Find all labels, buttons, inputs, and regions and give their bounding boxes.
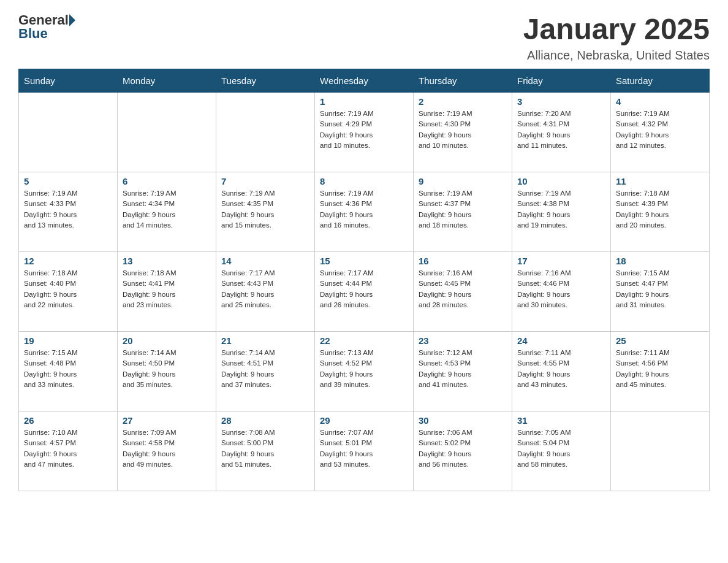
day-number: 19 — [24, 335, 112, 346]
day-info: Sunrise: 7:19 AMSunset: 4:30 PMDaylight:… — [419, 109, 507, 151]
calendar-cell: 14Sunrise: 7:17 AMSunset: 4:43 PMDayligh… — [216, 252, 315, 332]
calendar-cell: 13Sunrise: 7:18 AMSunset: 4:41 PMDayligh… — [118, 252, 216, 332]
calendar-cell: 5Sunrise: 7:19 AMSunset: 4:33 PMDaylight… — [19, 172, 118, 252]
day-info: Sunrise: 7:19 AMSunset: 4:33 PMDaylight:… — [24, 188, 112, 231]
calendar-cell: 15Sunrise: 7:17 AMSunset: 4:44 PMDayligh… — [315, 252, 414, 332]
day-number: 5 — [24, 176, 112, 186]
day-number: 20 — [123, 335, 211, 346]
calendar-cell: 12Sunrise: 7:18 AMSunset: 4:40 PMDayligh… — [19, 252, 118, 332]
day-info: Sunrise: 7:19 AMSunset: 4:38 PMDaylight:… — [517, 188, 605, 231]
day-info: Sunrise: 7:17 AMSunset: 4:43 PMDaylight:… — [221, 268, 309, 310]
calendar-week-2: 5Sunrise: 7:19 AMSunset: 4:33 PMDaylight… — [19, 172, 710, 252]
day-info: Sunrise: 7:16 AMSunset: 4:46 PMDaylight:… — [517, 268, 605, 310]
day-number: 24 — [517, 335, 605, 346]
day-info: Sunrise: 7:14 AMSunset: 4:50 PMDaylight:… — [123, 348, 211, 390]
weekday-header-friday: Friday — [512, 69, 611, 93]
day-number: 1 — [320, 96, 408, 107]
calendar-cell: 2Sunrise: 7:19 AMSunset: 4:30 PMDaylight… — [414, 93, 512, 172]
day-number: 25 — [616, 335, 704, 346]
logo-arrow-icon — [69, 14, 75, 26]
day-number: 9 — [419, 176, 507, 186]
day-number: 11 — [616, 176, 704, 186]
day-number: 16 — [419, 256, 507, 266]
day-number: 17 — [517, 256, 605, 266]
day-number: 18 — [616, 256, 704, 266]
day-info: Sunrise: 7:16 AMSunset: 4:45 PMDaylight:… — [419, 268, 507, 310]
calendar-table: SundayMondayTuesdayWednesdayThursdayFrid… — [18, 69, 710, 491]
calendar-cell — [118, 93, 216, 172]
day-info: Sunrise: 7:19 AMSunset: 4:32 PMDaylight:… — [616, 109, 704, 151]
day-info: Sunrise: 7:15 AMSunset: 4:47 PMDaylight:… — [616, 268, 704, 310]
day-info: Sunrise: 7:17 AMSunset: 4:44 PMDaylight:… — [320, 268, 408, 310]
day-number: 21 — [221, 335, 309, 346]
day-info: Sunrise: 7:09 AMSunset: 4:58 PMDaylight:… — [123, 427, 211, 470]
day-number: 3 — [517, 96, 605, 107]
day-info: Sunrise: 7:19 AMSunset: 4:29 PMDaylight:… — [320, 109, 408, 151]
day-info: Sunrise: 7:07 AMSunset: 5:01 PMDaylight:… — [320, 427, 408, 470]
weekday-header-wednesday: Wednesday — [315, 69, 414, 93]
logo: General Blue — [18, 12, 76, 42]
calendar-cell: 4Sunrise: 7:19 AMSunset: 4:32 PMDaylight… — [611, 93, 710, 172]
location-title: Alliance, Nebraska, United States — [523, 48, 710, 63]
day-info: Sunrise: 7:20 AMSunset: 4:31 PMDaylight:… — [517, 109, 605, 151]
calendar-cell: 18Sunrise: 7:15 AMSunset: 4:47 PMDayligh… — [611, 252, 710, 332]
calendar-week-3: 12Sunrise: 7:18 AMSunset: 4:40 PMDayligh… — [19, 252, 710, 332]
calendar-cell: 3Sunrise: 7:20 AMSunset: 4:31 PMDaylight… — [512, 93, 611, 172]
page-header: General Blue January 2025 Alliance, Nebr… — [18, 12, 710, 63]
day-number: 29 — [320, 415, 408, 426]
calendar-cell — [19, 93, 118, 172]
calendar-cell: 24Sunrise: 7:11 AMSunset: 4:55 PMDayligh… — [512, 332, 611, 412]
day-number: 10 — [517, 176, 605, 186]
day-info: Sunrise: 7:15 AMSunset: 4:48 PMDaylight:… — [24, 348, 112, 390]
day-number: 22 — [320, 335, 408, 346]
weekday-row: SundayMondayTuesdayWednesdayThursdayFrid… — [19, 69, 710, 93]
weekday-header-tuesday: Tuesday — [216, 69, 315, 93]
calendar-cell: 6Sunrise: 7:19 AMSunset: 4:34 PMDaylight… — [118, 172, 216, 252]
calendar-cell: 25Sunrise: 7:11 AMSunset: 4:56 PMDayligh… — [611, 332, 710, 412]
day-info: Sunrise: 7:18 AMSunset: 4:41 PMDaylight:… — [123, 268, 211, 310]
day-info: Sunrise: 7:19 AMSunset: 4:37 PMDaylight:… — [419, 188, 507, 231]
calendar-cell: 23Sunrise: 7:12 AMSunset: 4:53 PMDayligh… — [414, 332, 512, 412]
day-number: 26 — [24, 415, 112, 426]
weekday-header-monday: Monday — [118, 69, 216, 93]
day-info: Sunrise: 7:18 AMSunset: 4:40 PMDaylight:… — [24, 268, 112, 310]
day-info: Sunrise: 7:19 AMSunset: 4:35 PMDaylight:… — [221, 188, 309, 231]
day-number: 2 — [419, 96, 507, 107]
day-number: 31 — [517, 415, 605, 426]
weekday-header-thursday: Thursday — [414, 69, 512, 93]
day-number: 15 — [320, 256, 408, 266]
calendar-cell: 31Sunrise: 7:05 AMSunset: 5:04 PMDayligh… — [512, 412, 611, 491]
calendar-cell: 27Sunrise: 7:09 AMSunset: 4:58 PMDayligh… — [118, 412, 216, 491]
day-number: 14 — [221, 256, 309, 266]
day-info: Sunrise: 7:18 AMSunset: 4:39 PMDaylight:… — [616, 188, 704, 231]
calendar-week-5: 26Sunrise: 7:10 AMSunset: 4:57 PMDayligh… — [19, 412, 710, 491]
calendar-cell: 17Sunrise: 7:16 AMSunset: 4:46 PMDayligh… — [512, 252, 611, 332]
calendar-cell: 1Sunrise: 7:19 AMSunset: 4:29 PMDaylight… — [315, 93, 414, 172]
day-info: Sunrise: 7:19 AMSunset: 4:34 PMDaylight:… — [123, 188, 211, 231]
day-info: Sunrise: 7:08 AMSunset: 5:00 PMDaylight:… — [221, 427, 309, 470]
calendar-cell: 7Sunrise: 7:19 AMSunset: 4:35 PMDaylight… — [216, 172, 315, 252]
weekday-header-sunday: Sunday — [19, 69, 118, 93]
day-number: 23 — [419, 335, 507, 346]
day-number: 13 — [123, 256, 211, 266]
calendar-cell: 21Sunrise: 7:14 AMSunset: 4:51 PMDayligh… — [216, 332, 315, 412]
logo-blue-text: Blue — [18, 26, 48, 42]
calendar-cell: 19Sunrise: 7:15 AMSunset: 4:48 PMDayligh… — [19, 332, 118, 412]
day-info: Sunrise: 7:06 AMSunset: 5:02 PMDaylight:… — [419, 427, 507, 470]
day-info: Sunrise: 7:11 AMSunset: 4:56 PMDaylight:… — [616, 348, 704, 390]
day-number: 28 — [221, 415, 309, 426]
day-info: Sunrise: 7:13 AMSunset: 4:52 PMDaylight:… — [320, 348, 408, 390]
calendar-body: 1Sunrise: 7:19 AMSunset: 4:29 PMDaylight… — [19, 93, 710, 491]
day-info: Sunrise: 7:12 AMSunset: 4:53 PMDaylight:… — [419, 348, 507, 390]
calendar-cell: 26Sunrise: 7:10 AMSunset: 4:57 PMDayligh… — [19, 412, 118, 491]
calendar-cell: 10Sunrise: 7:19 AMSunset: 4:38 PMDayligh… — [512, 172, 611, 252]
calendar-header: SundayMondayTuesdayWednesdayThursdayFrid… — [19, 69, 710, 93]
calendar-cell — [216, 93, 315, 172]
day-info: Sunrise: 7:14 AMSunset: 4:51 PMDaylight:… — [221, 348, 309, 390]
calendar-cell — [611, 412, 710, 491]
calendar-cell: 28Sunrise: 7:08 AMSunset: 5:00 PMDayligh… — [216, 412, 315, 491]
day-number: 12 — [24, 256, 112, 266]
calendar-cell: 16Sunrise: 7:16 AMSunset: 4:45 PMDayligh… — [414, 252, 512, 332]
day-number: 30 — [419, 415, 507, 426]
calendar-week-1: 1Sunrise: 7:19 AMSunset: 4:29 PMDaylight… — [19, 93, 710, 172]
